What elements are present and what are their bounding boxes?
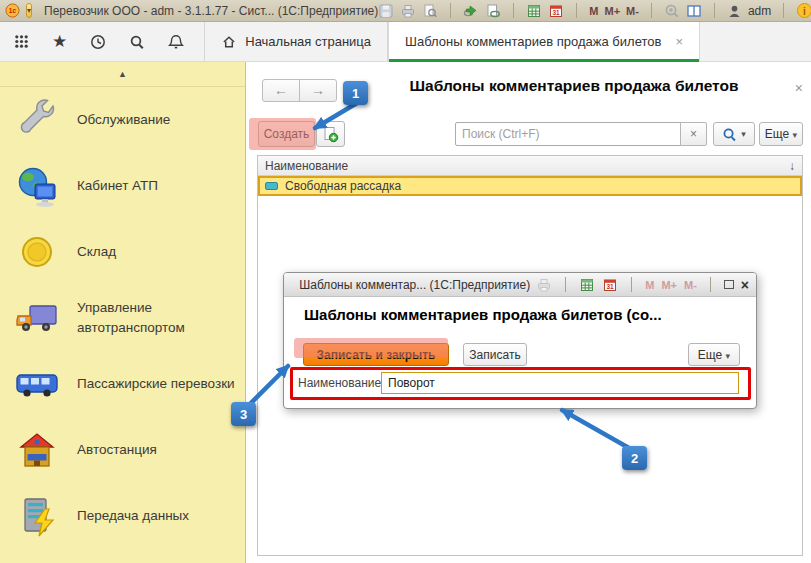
sidebar-item-label: Передача данных	[77, 506, 189, 526]
sidebar-item-service[interactable]: Обслуживание	[0, 87, 245, 153]
print-preview-icon[interactable]	[422, 3, 438, 19]
save-button[interactable]: Записать	[463, 343, 527, 366]
get-link-icon[interactable]	[485, 3, 501, 19]
divider	[651, 3, 652, 18]
svg-text:i: i	[803, 6, 806, 17]
sections-panel: ▲ Обслуживание Кабинет АТП Склад	[0, 62, 246, 563]
title-bar: 1с ▾ Перевозчик ООО - adm - 3.1.1.77 - С…	[0, 0, 811, 22]
tab-home[interactable]: Начальная страница	[205, 22, 387, 61]
calendar-icon[interactable]: 31	[548, 3, 564, 19]
sidebar-item-fleet-management[interactable]: Управление автотранспортом	[0, 285, 245, 351]
svg-text:31: 31	[553, 8, 561, 15]
tab-home-label: Начальная страница	[245, 34, 371, 49]
sidebar-item-data-transfer[interactable]: Передача данных	[0, 483, 245, 549]
search-options-button[interactable]: ▾	[713, 122, 755, 146]
dialog-header: Шаблоны комментариев продажа билетов (со…	[304, 306, 662, 323]
new-document-icon	[322, 126, 339, 143]
column-name-label: Наименование	[265, 159, 348, 173]
search-icon[interactable]	[129, 34, 145, 50]
sort-descending-icon[interactable]: ↓	[789, 159, 795, 173]
memory-m-plus-button: M+	[661, 279, 677, 291]
more-button[interactable]: Еще ▾	[759, 122, 803, 146]
sidebar-item-label: Управление автотранспортом	[77, 298, 237, 337]
list-item-icon	[265, 182, 278, 190]
divider	[565, 277, 566, 292]
divider	[450, 3, 451, 18]
wrench-icon	[14, 97, 60, 143]
svg-text:1с: 1с	[9, 7, 17, 14]
tab-bar: ★ Начальная страница Шаблоны к	[0, 22, 811, 62]
search-input[interactable]	[455, 122, 681, 146]
divider	[631, 277, 632, 292]
notifications-bell-icon[interactable]	[168, 34, 184, 50]
clear-search-button[interactable]: ×	[680, 122, 707, 146]
forward-button[interactable]: →	[299, 79, 337, 102]
save-and-close-button[interactable]: Записать и закрыть	[303, 343, 449, 366]
sidebar-item-label: Пассажирские перевозки	[77, 374, 235, 394]
calculator-icon[interactable]	[526, 3, 542, 19]
apps-menu-icon[interactable]	[14, 34, 29, 49]
sidebar-item-bus-station[interactable]: Автостанция	[0, 417, 245, 483]
favorites-icon[interactable]: ★	[52, 33, 67, 50]
save-icon[interactable]	[378, 3, 394, 19]
memory-m-minus-button: M-	[684, 279, 697, 291]
main-menu-button[interactable]: ▾	[26, 3, 32, 18]
memory-m-minus-button[interactable]: M-	[626, 5, 639, 17]
close-dialog-button[interactable]: ×	[741, 280, 749, 290]
divider	[714, 3, 715, 18]
calculator-icon[interactable]	[579, 277, 595, 293]
caret-down-icon: ▾	[793, 130, 798, 140]
back-button[interactable]: ←	[262, 79, 300, 102]
print-icon	[536, 277, 552, 293]
history-icon[interactable]	[90, 34, 106, 50]
divider	[783, 3, 784, 18]
data-transfer-icon	[14, 493, 60, 539]
form-close-icon[interactable]: ×	[795, 80, 803, 96]
truck-icon	[14, 295, 60, 341]
template-edit-dialog: 1с Шаблоны комментар... (1С:Предприятие)	[283, 272, 757, 409]
sidebar-item-passenger-transport[interactable]: Пассажирские перевозки	[0, 351, 245, 417]
sidebar-item-warehouse[interactable]: Склад	[0, 219, 245, 285]
annotation-badge-1: 1	[343, 81, 368, 105]
create-group-button[interactable]	[316, 121, 345, 147]
go-to-link-icon[interactable]	[463, 3, 479, 19]
annotation-badge-2: 2	[622, 446, 647, 470]
sidebar-item-label: Автостанция	[77, 440, 157, 460]
annotation-badge-3: 3	[231, 402, 256, 426]
memory-m-button[interactable]: M	[589, 5, 598, 17]
dialog-title-bar[interactable]: 1с Шаблоны комментар... (1С:Предприятие)	[284, 273, 756, 297]
tab-templates[interactable]: Шаблоны комментариев продажа билетов ×	[388, 22, 700, 61]
app-window: 1с ▾ Перевозчик ООО - adm - 3.1.1.77 - С…	[0, 0, 811, 563]
row-name: Свободная рассадка	[285, 179, 401, 193]
divider	[513, 3, 514, 18]
table-header[interactable]: Наименование ↓	[258, 156, 802, 176]
memory-m-button: M	[645, 279, 654, 291]
memory-m-plus-button[interactable]: M+	[604, 5, 620, 17]
tab-templates-label: Шаблоны комментариев продажа билетов	[405, 34, 661, 49]
table-row[interactable]: Свободная рассадка	[258, 176, 802, 196]
current-user[interactable]: adm	[748, 4, 771, 18]
caret-down-icon: ▾	[726, 351, 731, 361]
dialog-title: Шаблоны комментар... (1С:Предприятие)	[299, 278, 530, 292]
tab-close-icon[interactable]: ×	[675, 34, 683, 49]
info-icon[interactable]: i	[796, 2, 811, 19]
create-button[interactable]: Создать	[258, 121, 315, 147]
search-icon	[722, 127, 737, 142]
station-icon	[14, 427, 60, 473]
more-button[interactable]: Еще ▾	[688, 343, 740, 366]
divider	[576, 3, 577, 18]
maximize-button[interactable]	[724, 280, 734, 289]
collapse-panel-button[interactable]: ▲	[0, 62, 245, 87]
globe-monitor-icon	[14, 163, 60, 209]
sidebar-item-atp-cabinet[interactable]: Кабинет АТП	[0, 153, 245, 219]
name-input[interactable]	[381, 372, 739, 394]
split-view-icon[interactable]	[686, 3, 702, 19]
name-field-label: Наименование:	[298, 376, 385, 390]
home-icon	[221, 34, 237, 49]
bus-icon	[14, 361, 60, 407]
caret-down-icon: ▾	[741, 129, 746, 139]
print-icon[interactable]	[400, 3, 416, 19]
zoom-icon[interactable]	[664, 3, 680, 19]
calendar-icon[interactable]: 31	[602, 277, 618, 293]
sidebar-item-label: Склад	[77, 242, 116, 262]
